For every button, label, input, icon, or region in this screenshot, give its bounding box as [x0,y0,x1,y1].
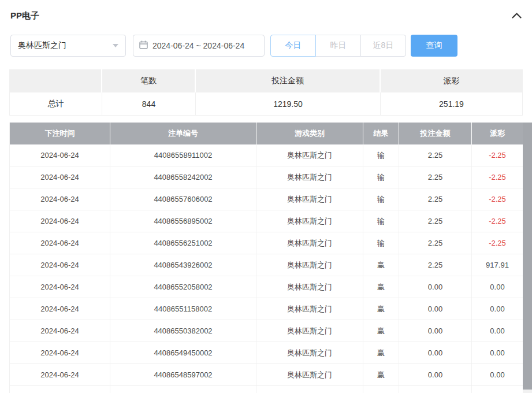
row-cell-result: 赢 [363,298,399,320]
row-cell-time [10,386,110,393]
range-button-yesterday[interactable]: 昨日 [315,35,361,57]
row-cell-result: 输 [363,166,399,188]
row-cell-amount: 2.25 [399,166,472,188]
calendar-icon [139,40,152,51]
caret-down-icon [113,44,118,47]
date-range-value: 2024-06-24 ~ 2024-06-24 [152,41,244,50]
game-select[interactable]: 奥林匹斯之门 [10,35,126,57]
summary-total-payout: 251.19 [381,92,522,116]
row-cell-time: 2024-06-24 [10,254,110,276]
row-cell-payout: 0.00 [472,342,523,364]
row-cell-payout: -2.25 [472,188,523,210]
row-cell-amount [399,386,472,393]
row-cell-payout: 917.91 [472,254,523,276]
summary-header-row: 笔数 投注金额 派彩 [10,69,522,92]
row-cell-time: 2024-06-24 [10,232,110,254]
row-cell-game: 奥林匹斯之门 [256,276,363,298]
table-row: 2024-06-24 44086558911002 奥林匹斯之门 输 2.25 … [10,144,523,166]
row-cell-amount: 2.25 [399,144,472,166]
row-cell-order-id: 44086550382002 [110,320,256,342]
row-cell-time: 2024-06-24 [10,166,110,188]
row-cell-game: 奥林匹斯之门 [256,342,363,364]
row-cell-amount: 0.00 [399,298,472,320]
row-cell-order-id [110,386,256,393]
row-cell-payout [472,386,523,393]
table-header-game: 游戏类别 [256,123,363,144]
row-cell-time: 2024-06-24 [10,276,110,298]
row-cell-game: 奥林匹斯之门 [256,144,363,166]
row-cell-order-id: 44086557606002 [110,188,256,210]
table-row: 2024-06-24 44086556895002 奥林匹斯之门 输 2.25 … [10,210,523,232]
row-cell-time: 2024-06-24 [10,342,110,364]
row-cell-time: 2024-06-24 [10,144,110,166]
row-cell-game: 奥林匹斯之门 [256,188,363,210]
summary-table: 笔数 投注金额 派彩 总计 844 1219.50 251.19 [9,69,523,116]
row-cell-result: 赢 [363,276,399,298]
bets-table: 下注时间 注单编号 游戏类别 结果 投注金额 派彩 2024-06-24 440… [9,123,523,393]
row-cell-result: 赢 [363,364,399,386]
summary-header-corner [10,69,102,92]
row-cell-amount: 2.25 [399,254,472,276]
quick-range-group: 今日 昨日 近8日 [270,35,406,57]
range-button-today[interactable]: 今日 [270,35,316,57]
row-cell-time: 2024-06-24 [10,364,110,386]
report-panel: PP电子 奥林匹斯之门 2024-06-24 ~ 2024-06-24 [0,0,532,393]
row-cell-order-id: 44086551158002 [110,298,256,320]
row-cell-order-id: 44086558911002 [110,144,256,166]
row-cell-game [256,386,363,393]
summary-header-count: 笔数 [102,69,196,92]
row-cell-payout: -2.25 [472,166,523,188]
row-cell-payout: 0.00 [472,298,523,320]
row-cell-amount: 2.25 [399,188,472,210]
chevron-up-icon [512,12,522,20]
row-cell-result: 赢 [363,254,399,276]
row-cell-game: 奥林匹斯之门 [256,364,363,386]
panel-title: PP电子 [10,10,39,21]
search-button[interactable]: 查询 [411,35,457,57]
row-cell-result: 输 [363,144,399,166]
row-cell-result [363,386,399,393]
row-cell-result: 赢 [363,320,399,342]
row-cell-time: 2024-06-24 [10,298,110,320]
table-header-row: 下注时间 注单编号 游戏类别 结果 投注金额 派彩 [10,123,523,144]
row-cell-amount: 2.25 [399,210,472,232]
row-cell-order-id: 44086549450002 [110,342,256,364]
row-cell-order-id: 44086543926002 [110,254,256,276]
row-cell-amount: 2.25 [399,232,472,254]
row-cell-order-id: 44086556895002 [110,210,256,232]
row-cell-time: 2024-06-24 [10,210,110,232]
range-button-last8days[interactable]: 近8日 [360,35,406,57]
table-row: 2024-06-24 44086551158002 奥林匹斯之门 赢 0.00 … [10,298,523,320]
table-row: 2024-06-24 44086557606002 奥林匹斯之门 输 2.25 … [10,188,523,210]
row-cell-payout: 0.00 [472,364,523,386]
row-cell-game: 奥林匹斯之门 [256,298,363,320]
table-header-amount: 投注金额 [399,123,472,144]
row-cell-amount: 0.00 [399,342,472,364]
row-cell-game: 奥林匹斯之门 [256,254,363,276]
table-header-time: 下注时间 [10,123,110,144]
filter-bar: 奥林匹斯之门 2024-06-24 ~ 2024-06-24 今日 昨日 近8日… [10,35,457,57]
row-cell-payout: -2.25 [472,210,523,232]
table-header-payout: 派彩 [472,123,523,144]
table-row [10,386,523,393]
table-row: 2024-06-24 44086549450002 奥林匹斯之门 赢 0.00 … [10,342,523,364]
collapse-button[interactable] [511,10,523,21]
game-select-value: 奥林匹斯之门 [18,40,66,51]
row-cell-payout: -2.25 [472,232,523,254]
summary-header-payout: 派彩 [381,69,522,92]
row-cell-result: 赢 [363,342,399,364]
row-cell-amount: 0.00 [399,276,472,298]
summary-total-amount: 1219.50 [196,92,381,116]
table-header-order-id: 注单编号 [110,123,256,144]
table-scrollbar[interactable] [523,123,532,393]
table-row: 2024-06-24 44086556251002 奥林匹斯之门 输 2.25 … [10,232,523,254]
row-cell-time: 2024-06-24 [10,320,110,342]
row-cell-payout: 0.00 [472,320,523,342]
scrollbar-thumb[interactable] [523,123,532,390]
table-row: 2024-06-24 44086552058002 奥林匹斯之门 赢 0.00 … [10,276,523,298]
row-cell-game: 奥林匹斯之门 [256,232,363,254]
date-range-picker[interactable]: 2024-06-24 ~ 2024-06-24 [133,35,265,57]
summary-total-count: 844 [102,92,196,116]
table-body: 2024-06-24 44086558911002 奥林匹斯之门 输 2.25 … [10,144,523,393]
row-cell-amount: 0.00 [399,320,472,342]
